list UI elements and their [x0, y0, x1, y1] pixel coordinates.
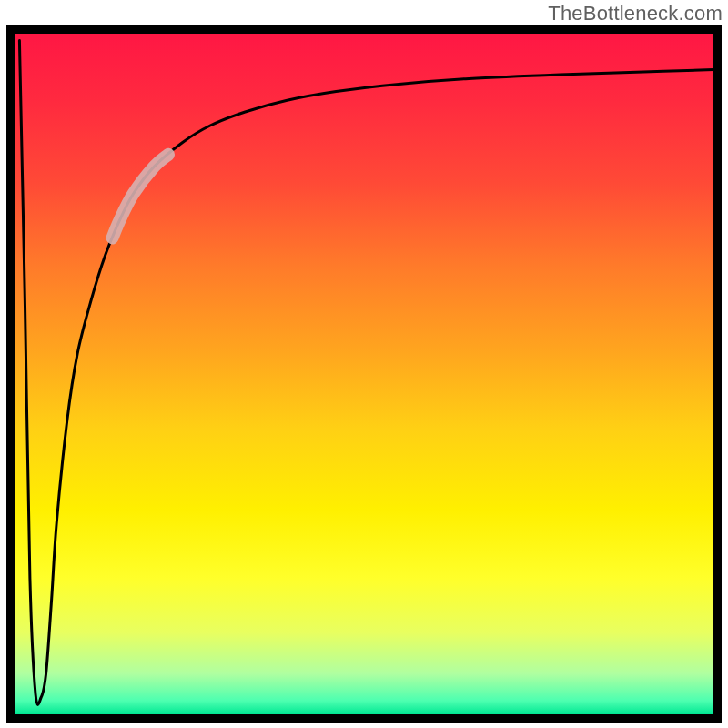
- bottleneck-curve: [19, 41, 713, 705]
- chart-frame: [6, 25, 722, 723]
- attribution-text: TheBottleneck.com: [548, 2, 723, 25]
- chart-curve-svg: [15, 34, 713, 714]
- curve-highlight-segment: [113, 155, 169, 238]
